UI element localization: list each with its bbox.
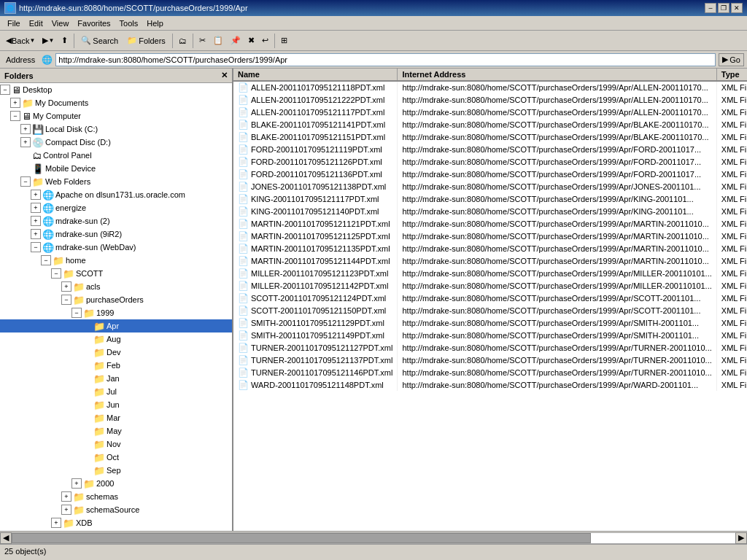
tree-expand-btn[interactable]: + <box>31 203 41 213</box>
table-row[interactable]: 📄SCOTT-20011017095121124PDT.xmlhttp://md… <box>233 292 747 304</box>
tree-item-my_docs[interactable]: +📁My Documents <box>0 96 232 109</box>
tree-item-acls[interactable]: +📁acls <box>0 280 232 293</box>
tree-item-feb[interactable]: 📁Feb <box>0 359 232 372</box>
tree-expand-btn[interactable]: + <box>10 98 20 108</box>
table-row[interactable]: 📄BLAKE-20011017095121151PDT.xmlhttp://md… <box>233 131 747 143</box>
table-row[interactable]: 📄ALLEN-20011017095121222PDT.xmlhttp://md… <box>233 93 747 106</box>
tree-expand-btn[interactable]: + <box>71 478 82 489</box>
tree-item-apache[interactable]: +🌐Apache on dlsun1731.us.oracle.com <box>0 188 232 201</box>
tree-expand-btn[interactable]: − <box>41 255 51 265</box>
table-row[interactable]: 📄FORD-20011017095121126PDT.xmlhttp://mdr… <box>233 155 747 168</box>
tree-item-energize[interactable]: +🌐energize <box>0 201 232 214</box>
tree-expand-btn[interactable]: + <box>61 491 71 502</box>
tree-item-oct[interactable]: 📁Oct <box>0 451 232 464</box>
address-input[interactable] <box>55 53 716 66</box>
menu-item-edit[interactable]: Edit <box>25 18 47 29</box>
cut-button[interactable]: ✂ <box>196 33 209 49</box>
tree-item-web_folders[interactable]: −📁Web Folders <box>0 175 232 188</box>
tree-item-sep[interactable]: 📁Sep <box>0 464 232 477</box>
tree-item-mdrake_sun2[interactable]: +🌐mdrake-sun (2) <box>0 214 232 228</box>
tree-expand-btn[interactable]: + <box>31 229 41 239</box>
tree-item-home[interactable]: −📁home <box>0 254 232 267</box>
delete-button[interactable]: ✖ <box>245 33 258 49</box>
copy-button[interactable]: 📋 <box>210 33 226 49</box>
tree-expand-btn[interactable]: − <box>0 85 10 95</box>
paste-button[interactable]: 📌 <box>228 33 244 49</box>
tree-item-xdb[interactable]: +📁XDB <box>0 516 232 529</box>
tree-item-y2000[interactable]: +📁2000 <box>0 477 232 490</box>
history-button[interactable]: 🗂 <box>176 33 190 49</box>
tree-item-jun[interactable]: 📁Jun <box>0 398 232 411</box>
table-row[interactable]: 📄FORD-20011017095121136PDT.xmlhttp://mdr… <box>233 168 747 180</box>
scroll-right-button[interactable]: ▶ <box>735 532 747 544</box>
table-row[interactable]: 📄FORD-20011017095121119PDT.xmlhttp://mdr… <box>233 143 747 155</box>
tree-expand-btn[interactable]: + <box>20 137 31 147</box>
tree-item-jul[interactable]: 📁Jul <box>0 385 232 398</box>
folders-button[interactable]: 📁 Folders <box>123 33 169 49</box>
table-row[interactable]: 📄TURNER-20011017095121137PDT.xmlhttp://m… <box>233 354 747 366</box>
table-row[interactable]: 📄ALLEN-20011017095121117PDT.xmlhttp://md… <box>233 106 747 118</box>
col-header-type[interactable]: Type <box>716 69 747 81</box>
tree-item-mar[interactable]: 📁Mar <box>0 411 232 424</box>
tree-item-scott[interactable]: −📁SCOTT <box>0 267 232 280</box>
table-row[interactable]: 📄MARTIN-20011017095121121PDT.xmlhttp://m… <box>233 217 747 230</box>
forward-button[interactable]: ▶ ▼ <box>39 33 57 49</box>
tree-expand-btn[interactable]: + <box>51 518 61 528</box>
table-row[interactable]: 📄SMITH-20011017095121149PDT.xmlhttp://md… <box>233 329 747 341</box>
menu-item-file[interactable]: File <box>3 18 25 29</box>
folders-close-button[interactable]: ✕ <box>221 71 228 80</box>
tree-expand-btn[interactable]: − <box>31 242 41 252</box>
tree-expand-btn[interactable]: − <box>61 295 71 305</box>
tree-item-y1999[interactable]: −📁1999 <box>0 306 232 319</box>
table-row[interactable]: 📄TURNER-20011017095121127PDT.xmlhttp://m… <box>233 341 747 354</box>
table-row[interactable]: 📄MARTIN-20011017095121135PDT.xmlhttp://m… <box>233 242 747 254</box>
up-button[interactable]: ⬆ <box>58 33 71 49</box>
col-header-name[interactable]: Name <box>233 69 398 81</box>
table-row[interactable]: 📄MARTIN-20011017095121125PDT.xmlhttp://m… <box>233 230 747 242</box>
horizontal-scrollbar[interactable]: ◀ ▶ <box>0 531 747 544</box>
minimize-button[interactable]: – <box>705 3 716 13</box>
tree-expand-btn[interactable]: − <box>10 111 20 121</box>
table-row[interactable]: 📄TURNER-20011017095121146PDT.xmlhttp://m… <box>233 366 747 378</box>
tree-expand-btn[interactable]: − <box>51 268 61 279</box>
back-button[interactable]: ◀ Back ▼ <box>3 33 38 49</box>
tree-expand-btn[interactable]: + <box>31 190 41 200</box>
table-row[interactable]: 📄MARTIN-20011017095121144PDT.xmlhttp://m… <box>233 254 747 267</box>
tree-expand-btn[interactable]: − <box>20 176 31 187</box>
tree-expand-btn[interactable]: + <box>20 124 31 134</box>
tree-item-mdrake_sun_webdav[interactable]: −🌐mdrake-sun (WebDav) <box>0 241 232 254</box>
table-row[interactable]: 📄WARD-20011017095121148PDT.xmlhttp://mdr… <box>233 378 747 391</box>
table-row[interactable]: 📄ALLEN-20011017095121118PDT.xmlhttp://md… <box>233 81 747 93</box>
tree-item-compact_disc[interactable]: +💿Compact Disc (D:) <box>0 136 232 149</box>
table-row[interactable]: 📄MILLER-20011017095121123PDT.xmlhttp://m… <box>233 267 747 279</box>
tree-item-desktop[interactable]: −🖥Desktop <box>0 83 232 96</box>
tree-item-mobile_device[interactable]: 📱Mobile Device <box>0 162 232 175</box>
tree-item-schemas[interactable]: +📁schemas <box>0 490 232 503</box>
tree-item-schemasource[interactable]: +📁schemaSource <box>0 503 232 516</box>
view-button[interactable]: ⊞ <box>278 33 290 49</box>
tree-item-aug[interactable]: 📁Aug <box>0 332 232 346</box>
col-header-address[interactable]: Internet Address <box>398 69 716 81</box>
menu-item-help[interactable]: Help <box>142 18 168 29</box>
tree-item-mdrake_sun9ir2[interactable]: +🌐mdrake-sun (9iR2) <box>0 228 232 241</box>
table-row[interactable]: 📄BLAKE-20011017095121141PDT.xmlhttp://md… <box>233 118 747 131</box>
menu-item-view[interactable]: View <box>47 18 74 29</box>
undo-button[interactable]: ↩ <box>259 33 271 49</box>
table-row[interactable]: 📄SCOTT-20011017095121150PDT.xmlhttp://md… <box>233 304 747 316</box>
tree-expand-btn[interactable]: + <box>31 216 41 226</box>
menu-item-favorites[interactable]: Favorites <box>73 18 115 29</box>
tree-item-control_panel[interactable]: 🗂Control Panel <box>0 149 232 162</box>
tree-item-apr[interactable]: 📁Apr <box>0 319 232 332</box>
scroll-thumb[interactable] <box>12 533 591 543</box>
tree-item-nov[interactable]: 📁Nov <box>0 438 232 451</box>
close-button[interactable]: ✕ <box>731 3 743 13</box>
tree-item-dev[interactable]: 📁Dev <box>0 346 232 359</box>
tree-item-jan[interactable]: 📁Jan <box>0 372 232 385</box>
tree-item-may[interactable]: 📁May <box>0 424 232 438</box>
table-row[interactable]: 📄KING-20011017095121117PDT.xmlhttp://mdr… <box>233 192 747 205</box>
table-row[interactable]: 📄JONES-20011017095121138PDT.xmlhttp://md… <box>233 180 747 192</box>
tree-item-my_computer[interactable]: −🖥My Computer <box>0 109 232 122</box>
search-button[interactable]: 🔍 Search <box>77 33 122 49</box>
restore-button[interactable]: ❐ <box>718 3 729 13</box>
go-button[interactable]: ▶ Go <box>719 53 744 66</box>
